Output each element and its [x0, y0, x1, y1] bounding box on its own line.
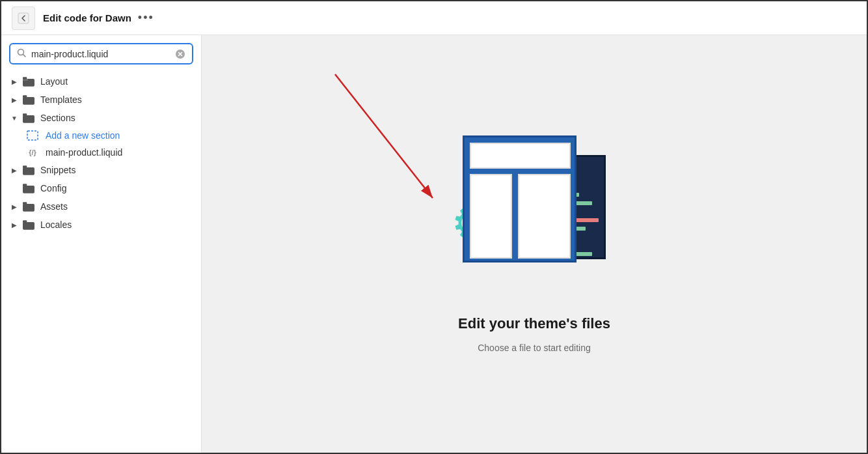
- svg-rect-20: [23, 222, 34, 230]
- add-new-section-button[interactable]: Add a new section: [25, 127, 201, 144]
- folder-icon: [22, 165, 35, 175]
- editor-area: ⚙ Edit your theme's files Ch: [202, 35, 867, 453]
- search-container: [1, 35, 201, 70]
- back-button[interactable]: [12, 7, 35, 30]
- folder-icon: [22, 220, 35, 230]
- layout-label: Layout: [40, 76, 68, 87]
- add-section-icon: [25, 130, 40, 141]
- card-body-left: [470, 174, 512, 259]
- card-body-right: [518, 174, 571, 259]
- file-tree: Layout Templates Sections: [1, 70, 201, 453]
- svg-line-23: [335, 74, 433, 198]
- sidebar-item-config[interactable]: Config: [1, 179, 201, 197]
- chevron-right-icon: [9, 94, 20, 105]
- search-clear-button[interactable]: [175, 49, 185, 59]
- svg-line-2: [23, 55, 26, 57]
- sections-label: Sections: [40, 113, 75, 123]
- sidebar-item-assets[interactable]: Assets: [1, 197, 201, 216]
- main-content: Layout Templates Sections: [1, 35, 867, 453]
- sidebar-item-snippets[interactable]: Snippets: [1, 161, 201, 179]
- sidebar-item-templates[interactable]: Templates: [1, 91, 201, 109]
- svg-rect-13: [27, 131, 38, 140]
- main-product-file[interactable]: {/} main-product.liquid: [25, 144, 201, 161]
- chevron-right-icon: [9, 165, 20, 175]
- app-window: Edit code for Dawn •••: [0, 0, 868, 454]
- sidebar-item-layout[interactable]: Layout: [1, 72, 201, 91]
- snippets-label: Snippets: [40, 165, 75, 175]
- more-options-button[interactable]: •••: [138, 11, 154, 25]
- assets-label: Assets: [40, 201, 68, 212]
- layout-card: [463, 135, 576, 262]
- sidebar-item-sections[interactable]: Sections: [1, 109, 201, 127]
- folder-icon: [22, 76, 35, 87]
- search-icon: [17, 48, 26, 59]
- theme-illustration: ⚙: [463, 135, 606, 305]
- svg-rect-18: [23, 204, 34, 212]
- chevron-right-icon: [9, 220, 20, 230]
- svg-rect-15: [23, 165, 27, 168]
- svg-rect-12: [23, 113, 27, 116]
- folder-icon: [22, 113, 35, 123]
- search-box: [9, 43, 193, 64]
- chevron-right-icon: [9, 201, 20, 212]
- folder-icon: [22, 183, 35, 193]
- add-section-label: Add a new section: [46, 130, 120, 141]
- svg-rect-14: [23, 167, 34, 175]
- search-input[interactable]: [31, 49, 170, 59]
- svg-rect-8: [23, 77, 27, 79]
- folder-icon: [22, 201, 35, 212]
- annotation-arrow: [329, 68, 459, 224]
- titlebar: Edit code for Dawn •••: [1, 1, 867, 35]
- svg-rect-9: [23, 97, 34, 105]
- svg-rect-16: [23, 186, 34, 193]
- svg-rect-17: [23, 184, 27, 186]
- welcome-content: ⚙ Edit your theme's files Ch: [458, 135, 610, 353]
- main-product-label: main-product.liquid: [46, 147, 122, 158]
- svg-rect-11: [23, 115, 34, 123]
- welcome-subtitle: Choose a file to start editing: [478, 343, 591, 353]
- config-label: Config: [40, 183, 66, 193]
- file-code-icon: {/}: [25, 147, 40, 158]
- svg-rect-0: [18, 13, 29, 23]
- sections-children: Add a new section {/} main-product.liqui…: [1, 127, 201, 161]
- chevron-right-icon: [9, 76, 20, 87]
- templates-label: Templates: [40, 94, 82, 105]
- locales-label: Locales: [40, 220, 72, 230]
- welcome-title: Edit your theme's files: [458, 315, 610, 332]
- folder-icon: [22, 94, 35, 105]
- svg-rect-21: [23, 220, 27, 223]
- sidebar-item-locales[interactable]: Locales: [1, 216, 201, 234]
- sidebar: Layout Templates Sections: [1, 35, 202, 453]
- svg-rect-19: [23, 202, 27, 205]
- card-header: [470, 143, 571, 169]
- chevron-down-icon: [9, 113, 20, 123]
- page-title: Edit code for Dawn: [43, 12, 131, 23]
- svg-rect-10: [23, 95, 27, 98]
